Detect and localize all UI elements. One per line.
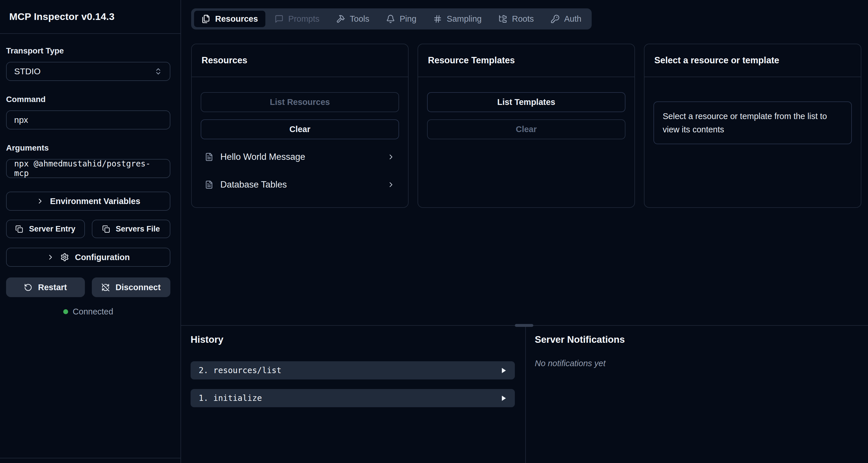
resources-panel-title: Resources [202, 55, 247, 66]
resource-templates-panel-title: Resource Templates [428, 55, 515, 66]
list-resources-button[interactable]: List Resources [201, 92, 399, 112]
copy-icon [15, 225, 23, 233]
chevrons-up-down-icon [154, 67, 162, 76]
resource-item-database-tables[interactable]: Database Tables [201, 176, 399, 194]
tab-sampling[interactable]: Sampling [426, 11, 489, 27]
server-entry-label: Server Entry [29, 225, 75, 233]
resources-panel-header: Resources [192, 44, 408, 77]
disconnect-button[interactable]: Disconnect [92, 278, 170, 297]
expand-play-icon [500, 367, 507, 374]
resource-item-label: Hello World Message [220, 152, 380, 162]
list-templates-button[interactable]: List Templates [427, 92, 625, 112]
transport-type-value: STDIO [14, 66, 154, 76]
file-text-icon [205, 180, 213, 189]
resource-item-label: Database Tables [220, 179, 380, 190]
arguments-input[interactable]: npx @ahmedmustahid/postgres-mcp [6, 159, 170, 178]
copy-icon [102, 225, 110, 233]
panels-row: Resources List Resources Clear Hello Wor… [191, 44, 861, 208]
sidebar-bottom-divider [0, 458, 181, 458]
tab-prompts-label: Prompts [288, 14, 319, 24]
resource-templates-panel-header: Resource Templates [418, 44, 634, 77]
tab-ping[interactable]: Ping [378, 11, 424, 27]
no-notifications-text: No notifications yet [535, 359, 868, 368]
clear-resources-button[interactable]: Clear [201, 119, 399, 139]
hash-icon [433, 15, 442, 23]
rotate-ccw-icon [24, 283, 32, 292]
sidebar-body: Transport Type STDIO Command npx Argumen… [0, 34, 181, 316]
arguments-value: npx @ahmedmustahid/postgres-mcp [14, 159, 162, 178]
history-entry[interactable]: 2. resources/list [191, 361, 515, 379]
gear-icon [60, 253, 69, 262]
main-area: Resources Prompts Tools [181, 0, 868, 463]
chevron-right-icon [36, 197, 44, 205]
sidebar-header: MCP Inspector v0.14.3 [0, 0, 181, 34]
resource-detail-panel: Select a resource or template Select a r… [644, 44, 861, 208]
tab-bar: Resources Prompts Tools [191, 8, 592, 29]
resource-detail-panel-body: Select a resource or template from the l… [645, 77, 861, 144]
resource-detail-panel-header: Select a resource or template [645, 44, 861, 77]
environment-variables-label: Environment Variables [50, 197, 140, 206]
chevron-right-icon [46, 253, 55, 261]
tab-resources-label: Resources [215, 14, 258, 24]
restart-label: Restart [38, 283, 67, 292]
history-title: History [191, 333, 515, 346]
configuration-button[interactable]: Configuration [6, 248, 170, 267]
files-icon [202, 15, 211, 23]
chevron-right-icon [387, 153, 395, 161]
connection-status: Connected [6, 307, 170, 316]
tab-roots-label: Roots [512, 14, 534, 24]
connection-actions-row: Restart Disconnect [6, 278, 170, 297]
file-text-icon [205, 153, 213, 161]
resource-detail-panel-title: Select a resource or template [654, 55, 779, 66]
top-pane: Resources Prompts Tools [181, 0, 868, 325]
restart-button[interactable]: Restart [6, 278, 85, 297]
tab-auth[interactable]: Auth [543, 11, 589, 27]
history-entry-label: 1. initialize [199, 393, 500, 403]
status-text: Connected [73, 307, 113, 316]
message-square-icon [275, 15, 284, 23]
clear-templates-button[interactable]: Clear [427, 119, 625, 139]
resource-templates-panel: Resource Templates List Templates Clear [417, 44, 635, 208]
server-entry-button[interactable]: Server Entry [6, 220, 85, 238]
tab-roots[interactable]: Roots [491, 11, 541, 27]
history-entry[interactable]: 1. initialize [191, 389, 515, 407]
resources-panel: Resources List Resources Clear Hello Wor… [191, 44, 409, 208]
selection-placeholder: Select a resource or template from the l… [653, 102, 852, 144]
tab-auth-label: Auth [564, 14, 582, 24]
history-section: History 2. resources/list 1. initialize [181, 326, 526, 463]
server-notifications-title: Server Notifications [535, 333, 868, 346]
split-drag-handle[interactable] [515, 324, 533, 327]
refresh-off-icon [101, 283, 110, 292]
command-field: Command npx [6, 94, 170, 129]
status-dot-icon [63, 309, 68, 314]
tab-sampling-label: Sampling [447, 14, 482, 24]
tab-ping-label: Ping [400, 14, 416, 24]
resource-templates-panel-body: List Templates Clear [418, 77, 634, 139]
tab-tools[interactable]: Tools [329, 11, 377, 27]
resources-panel-body: List Resources Clear Hello World Message [192, 77, 408, 194]
command-input[interactable]: npx [6, 110, 170, 129]
key-icon [551, 15, 560, 23]
environment-variables-button[interactable]: Environment Variables [6, 192, 170, 211]
folder-tree-icon [498, 15, 507, 23]
expand-play-icon [500, 395, 507, 402]
arguments-field: Arguments npx @ahmedmustahid/postgres-mc… [6, 143, 170, 178]
tab-resources[interactable]: Resources [194, 11, 266, 27]
servers-file-label: Servers File [116, 225, 160, 233]
arguments-label: Arguments [6, 143, 170, 153]
resources-list: Hello World Message Database Tables [201, 148, 399, 194]
bell-icon [386, 15, 395, 23]
chevron-right-icon [387, 181, 395, 189]
transport-type-label: Transport Type [6, 46, 170, 56]
server-notifications-section: Server Notifications No notifications ye… [526, 326, 868, 463]
configuration-label: Configuration [75, 253, 130, 262]
app-title: MCP Inspector v0.14.3 [9, 11, 115, 22]
tab-prompts[interactable]: Prompts [267, 11, 327, 27]
command-label: Command [6, 94, 170, 104]
mcp-inspector-app: MCP Inspector v0.14.3 Transport Type STD… [0, 0, 868, 463]
hammer-icon [336, 15, 345, 23]
servers-file-button[interactable]: Servers File [92, 220, 170, 238]
disconnect-label: Disconnect [116, 283, 160, 292]
transport-type-select[interactable]: STDIO [6, 62, 170, 81]
resource-item-hello-world[interactable]: Hello World Message [201, 148, 399, 166]
